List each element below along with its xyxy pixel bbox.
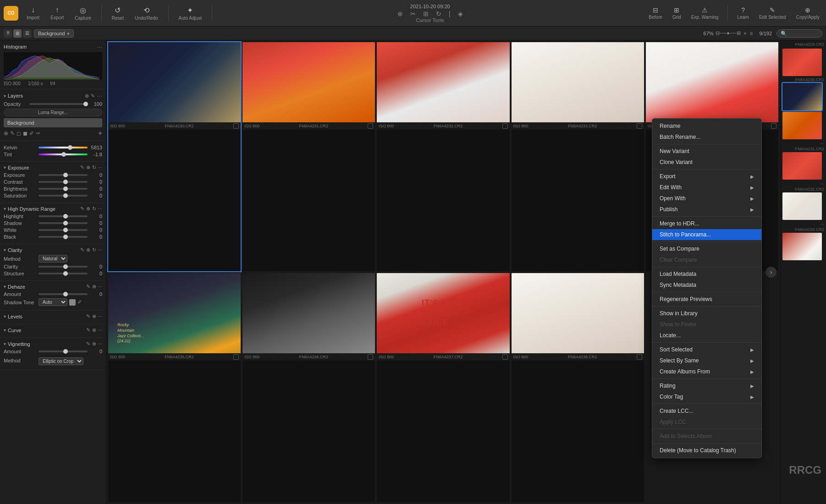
layer-background[interactable]: Background (4, 118, 102, 127)
kelvin-slider[interactable] (39, 147, 88, 148)
filter-icon[interactable]: ⌖ (743, 30, 747, 37)
cursor-tools-icon-4[interactable]: ↻ (436, 10, 441, 17)
photo-checkbox-8[interactable] (502, 354, 508, 360)
photo-checkbox-6[interactable] (233, 354, 239, 360)
histogram-header[interactable]: Histogram ··· (4, 43, 102, 50)
color-swatch[interactable] (69, 299, 76, 306)
menu-color-tag[interactable]: Color Tag ▶ (652, 391, 761, 402)
photo-cell-6[interactable]: RockyMountainJazz Collecti...(24.21) ISO… (108, 273, 241, 502)
dehaze-icon-2[interactable]: ⊕ (92, 284, 96, 290)
dehaze-icon-1[interactable]: ✎ (86, 284, 90, 290)
filmstrip-item-4[interactable] (782, 152, 822, 180)
before-button[interactable]: ⊟ Before (646, 5, 665, 22)
luma-range-button[interactable]: Luma Range... (4, 109, 102, 116)
menu-select-by-same[interactable]: Select By Same ▶ (652, 355, 761, 366)
photo-checkbox-4[interactable] (637, 123, 642, 129)
curve-options[interactable]: ··· (98, 327, 102, 333)
layer-tool-5[interactable]: ✐ (29, 130, 34, 137)
menu-rename[interactable]: Rename (652, 121, 761, 131)
clarity-header[interactable]: ▾ Clarity ✎ ⊕ ↻ ··· (4, 247, 102, 253)
menu-publish[interactable]: Publish ▶ (652, 204, 761, 215)
menu-create-albums[interactable]: Create Albums From ▶ (652, 366, 761, 377)
layers-options[interactable]: ··· (97, 92, 102, 99)
reset-button[interactable]: ↺ Reset (109, 4, 127, 22)
view-icon-grid[interactable]: ⊞ (13, 29, 22, 38)
hdr-icon-4[interactable]: ··· (98, 206, 102, 212)
hdr-icon-3[interactable]: ↻ (92, 206, 96, 212)
menu-export[interactable]: Export ▶ (652, 171, 761, 182)
layer-tool-3[interactable]: ◻ (17, 130, 21, 137)
clarity-icon-3[interactable]: ↻ (92, 247, 96, 253)
shadow-tone-select[interactable]: AutoManual (39, 298, 67, 306)
photo-cell-7[interactable]: ISO 800 FN6A4236.CR2 (242, 273, 375, 502)
filmstrip-item-5[interactable] (782, 192, 822, 220)
import-button[interactable]: ↓ Import (24, 4, 42, 22)
exposure-icon-3[interactable]: ↻ (92, 164, 96, 170)
layers-icon-1[interactable]: ⊕ (85, 93, 89, 99)
grid-button[interactable]: ⊞ Grid (670, 5, 684, 22)
cursor-tools-icon-1[interactable]: ⊕ (397, 10, 403, 17)
cursor-tools-icon-2[interactable]: ✂ (410, 10, 416, 17)
amount-slider[interactable] (39, 293, 88, 295)
vig-amount-slider[interactable] (39, 351, 88, 352)
histogram-options[interactable]: ··· (97, 43, 102, 50)
cursor-tools-icon-3[interactable]: ⊞ (423, 10, 429, 17)
clarity-icon-1[interactable]: ✎ (80, 247, 84, 253)
filmstrip-item-3[interactable] (782, 112, 822, 139)
levels-options[interactable]: ··· (98, 313, 102, 319)
photo-cell-3[interactable]: ISO 800 FN6A4232.CR2 (377, 42, 509, 271)
menu-locate[interactable]: Locate... (652, 330, 761, 341)
filmstrip-item-2[interactable] (782, 83, 822, 110)
export-button[interactable]: ↑ Export (48, 4, 66, 22)
hdr-header[interactable]: ▾ High Dynamic Range ✎ ⊕ ↻ ··· (4, 206, 102, 212)
cursor-tools-icon-5[interactable]: | (449, 10, 451, 17)
exposure-icon-4[interactable]: ··· (98, 164, 102, 170)
exposure-slider[interactable] (39, 174, 88, 176)
capture-button[interactable]: ◎ Capture (72, 4, 94, 22)
shadow-slider[interactable] (39, 222, 88, 224)
structure-slider[interactable] (39, 273, 88, 274)
layers-header[interactable]: ▾ Layers ⊕ ✎ ··· (4, 92, 102, 99)
curve-header[interactable]: ▾ Curve ✎ ⊕ ··· (4, 327, 102, 333)
photo-checkbox-5[interactable] (771, 123, 776, 129)
menu-sort-selected[interactable]: Sort Selected ▶ (652, 344, 761, 355)
edit-selected-button[interactable]: ✎ Edit Selected (756, 5, 789, 22)
clarity-icon-4[interactable]: ··· (98, 247, 102, 253)
menu-show-library[interactable]: Show in Library (652, 308, 761, 319)
eyedropper-icon[interactable]: ✐ (77, 299, 82, 305)
menu-merge-hdr[interactable]: Merge to HDR... (652, 218, 761, 229)
photo-cell-8[interactable]: IT'S A WOELF&CHSPIDE ISO 800 FN6A4237.CR… (377, 273, 509, 502)
dehaze-header[interactable]: ▾ Dehaze ✎ ⊕ ··· (4, 284, 102, 290)
layer-tool-1[interactable]: ⊕ (4, 130, 8, 137)
menu-rating[interactable]: Rating ▶ (652, 380, 761, 391)
photo-checkbox-2[interactable] (368, 123, 373, 129)
levels-header[interactable]: ▾ Levels ✎ ⊕ ··· (4, 313, 102, 319)
clarity-icon-2[interactable]: ⊕ (86, 247, 90, 253)
exposure-icon-2[interactable]: ⊕ (86, 164, 90, 170)
photo-checkbox-9[interactable] (637, 354, 642, 360)
layer-tool-4[interactable]: ◼ (23, 130, 28, 137)
vig-method-select[interactable]: Elliptic on CropCircularLinear (39, 357, 83, 365)
curve-icon-1[interactable]: ✎ (86, 327, 90, 333)
vig-icon-2[interactable]: ⊕ (92, 341, 96, 347)
dehaze-options[interactable]: ··· (98, 284, 102, 290)
cursor-tools-icon-6[interactable]: ◈ (458, 10, 463, 17)
filmstrip-item-6[interactable] (782, 233, 822, 260)
auto-adjust-button[interactable]: ✦ Auto Adjust (176, 4, 205, 22)
exp-warning-button[interactable]: ⚠ Exp. Warning (688, 5, 721, 22)
menu-edit-with[interactable]: Edit With ▶ (652, 182, 761, 193)
menu-load-metadata[interactable]: Load Metadata (652, 268, 761, 279)
photo-checkbox-7[interactable] (368, 354, 373, 360)
vig-icon-1[interactable]: ✎ (86, 341, 90, 347)
nav-arrow-right[interactable]: › (765, 267, 776, 278)
sort-icon[interactable]: ≡ (749, 30, 753, 37)
filmstrip-item-1[interactable] (782, 49, 822, 76)
add-layer-button[interactable]: + (98, 129, 102, 137)
menu-new-variant[interactable]: New Variant (652, 146, 761, 157)
view-icon-list[interactable]: ☰ (23, 29, 31, 38)
clarity-slider[interactable] (39, 266, 88, 268)
highlight-slider[interactable] (39, 215, 88, 217)
opacity-slider[interactable] (29, 103, 86, 105)
vignetting-header[interactable]: ▾ Vignetting ✎ ⊕ ··· (4, 341, 102, 347)
black-slider[interactable] (39, 236, 88, 238)
